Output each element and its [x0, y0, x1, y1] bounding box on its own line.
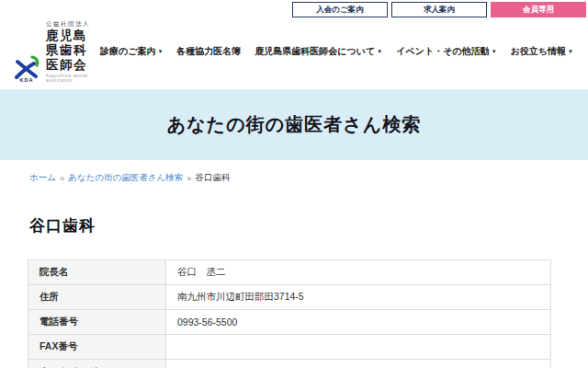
- row-value: 南九州市川辺町田部田3714-5: [166, 284, 551, 309]
- site-header: KDA 公益社団法人 鹿児島県歯科医師会 Kagoshima dental as…: [0, 17, 588, 89]
- table-row-phone: 電話番号 0993-56-5500: [28, 309, 551, 334]
- main-nav: 診療のご案内▼ 各種協力医名簿 鹿児島県歯科医師会について▼ イベント・その他活…: [100, 45, 573, 58]
- breadcrumb-search-link[interactable]: あなたの街の歯医者さん検索: [68, 172, 183, 184]
- breadcrumb-separator: »: [187, 173, 191, 183]
- breadcrumb-home-link[interactable]: ホーム: [29, 172, 56, 184]
- kda-logo-mark: KDA: [13, 55, 40, 83]
- table-row-director: 院長名 谷口 丞二: [28, 259, 551, 284]
- chevron-down-icon: ▼: [377, 49, 382, 54]
- utility-bar: 入会のご案内 求人案内 会員専用: [0, 0, 588, 17]
- page-title: あなたの街の歯医者さん検索: [167, 112, 421, 137]
- nav-item-label: 各種協力医名簿: [176, 46, 241, 56]
- row-label: FAX番号: [28, 334, 166, 359]
- hero-banner: あなたの街の歯医者さん検索: [0, 89, 588, 160]
- nav-item-about-association[interactable]: 鹿児島県歯科医師会について▼: [254, 45, 382, 58]
- breadcrumb: ホーム » あなたの街の歯医者さん検索 » 谷口歯科: [29, 172, 588, 184]
- row-label: 院長名: [28, 259, 166, 284]
- nav-item-events-activities[interactable]: イベント・その他活動▼: [396, 45, 496, 58]
- breadcrumb-current-page: 谷口歯科: [196, 172, 231, 184]
- membership-guide-button[interactable]: 入会のご案内: [292, 2, 388, 17]
- clinic-details-table: 院長名 谷口 丞二 住所 南九州市川辺町田部田3714-5 電話番号 0993-…: [28, 259, 551, 368]
- clinic-name-heading: 谷口歯科: [29, 215, 588, 236]
- nav-item-label: 診療のご案内: [100, 46, 155, 56]
- row-value: 谷口 丞二: [166, 259, 551, 284]
- org-type-label: 公益社団法人: [46, 20, 100, 29]
- row-value: [166, 359, 551, 368]
- org-name-label: 鹿児島県歯科医師会: [46, 29, 100, 74]
- row-label: 住所: [28, 284, 166, 309]
- nav-item-cooperating-doctors-list[interactable]: 各種協力医名簿: [176, 45, 241, 58]
- chevron-down-icon: ▼: [157, 49, 163, 54]
- site-logo[interactable]: KDA 公益社団法人 鹿児島県歯科医師会 Kagoshima dental as…: [13, 20, 100, 83]
- nav-item-label: お役立ち情報: [511, 46, 566, 56]
- table-row-homepage: ホームページ: [28, 359, 551, 368]
- members-only-button[interactable]: 会員専用: [491, 2, 586, 17]
- row-label: 電話番号: [28, 309, 166, 334]
- chevron-down-icon: ▼: [492, 49, 497, 54]
- kda-logo-icon: [13, 55, 40, 79]
- nav-item-clinical-guide[interactable]: 診療のご案内▼: [100, 45, 163, 58]
- table-row-fax: FAX番号: [28, 334, 551, 359]
- nav-item-label: 鹿児島県歯科医師会について: [254, 46, 375, 56]
- row-value: [166, 334, 551, 359]
- logo-text-block: 公益社団法人 鹿児島県歯科医師会 Kagoshima dental associ…: [46, 20, 100, 83]
- kda-logo-text: KDA: [20, 77, 34, 83]
- nav-item-label: イベント・その他活動: [396, 46, 489, 56]
- breadcrumb-separator: »: [60, 173, 64, 183]
- row-label: ホームページ: [28, 359, 166, 368]
- job-info-button[interactable]: 求人案内: [391, 2, 487, 17]
- table-row-address: 住所 南九州市川辺町田部田3714-5: [28, 284, 551, 309]
- org-name-english-label: Kagoshima dental association: [46, 74, 100, 83]
- nav-item-useful-info[interactable]: お役立ち情報▼: [511, 45, 573, 58]
- row-value: 0993-56-5500: [166, 309, 551, 334]
- chevron-down-icon: ▼: [568, 49, 573, 54]
